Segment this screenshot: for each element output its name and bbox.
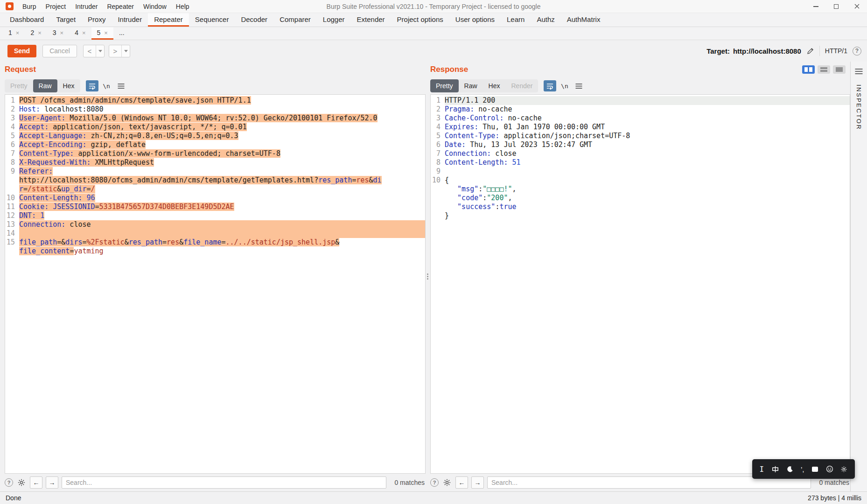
- maximize-button[interactable]: [826, 0, 846, 13]
- code-line: "code":"200",: [431, 194, 850, 203]
- repeater-tab-1[interactable]: 1×: [3, 27, 25, 40]
- request-editor-menu-button[interactable]: [115, 80, 127, 91]
- code-line: 5Content-Type: application/json;charset=…: [431, 132, 850, 140]
- repeater-tab-4[interactable]: 4×: [69, 27, 91, 40]
- show-newlines-toggle[interactable]: \n: [100, 80, 113, 91]
- response-view-tab-raw[interactable]: Raw: [459, 79, 483, 92]
- request-editor[interactable]: 1POST /ofcms_admin/admin/cms/template/sa…: [5, 94, 426, 474]
- soft-wrap-toggle[interactable]: [86, 80, 98, 91]
- close-tab-icon[interactable]: ×: [38, 29, 42, 36]
- history-forward-dropdown[interactable]: [122, 45, 130, 57]
- main-tab-target[interactable]: Target: [50, 13, 82, 27]
- cancel-button[interactable]: Cancel: [42, 45, 77, 57]
- layout-single-button[interactable]: [833, 65, 846, 74]
- main-tab-logger[interactable]: Logger: [317, 13, 351, 27]
- close-tab-icon[interactable]: ×: [104, 29, 108, 36]
- ime-punctuation-icon[interactable]: ’,: [801, 465, 804, 473]
- close-tab-icon[interactable]: ×: [16, 29, 20, 36]
- help-icon[interactable]: ?: [853, 47, 861, 56]
- show-newlines-toggle[interactable]: \n: [558, 80, 571, 91]
- layout-rows-button[interactable]: [818, 65, 830, 74]
- code-line: 12DNT: 1: [5, 211, 425, 220]
- response-view-tab-hex[interactable]: Hex: [483, 79, 506, 92]
- menu-project[interactable]: Project: [41, 0, 71, 13]
- search-next-button[interactable]: →: [471, 476, 484, 489]
- response-view-tab-pretty[interactable]: Pretty: [430, 79, 459, 92]
- repeater-tab-3[interactable]: 3×: [47, 27, 69, 40]
- code-line: 1HTTP/1.1 200: [431, 96, 850, 105]
- close-tab-icon[interactable]: ×: [82, 29, 86, 36]
- ime-smiley-icon[interactable]: [826, 465, 833, 473]
- code-line: http://localhost:8080/ofcms_admin/admin/…: [5, 176, 425, 185]
- repeater-tab-item[interactable]: ...: [113, 27, 130, 40]
- menu-repeater[interactable]: Repeater: [102, 0, 139, 13]
- main-tab-sequencer[interactable]: Sequencer: [189, 13, 235, 27]
- burp-logo-icon: [6, 2, 14, 10]
- ime-settings-icon[interactable]: [840, 466, 847, 473]
- send-button[interactable]: Send: [7, 45, 36, 57]
- minimize-button[interactable]: [805, 0, 826, 13]
- main-tab-project-options[interactable]: Project options: [391, 13, 449, 27]
- right-arrow-icon: →: [49, 479, 56, 486]
- close-window-button[interactable]: [846, 0, 867, 13]
- search-settings-icon[interactable]: [442, 477, 452, 488]
- question-mark: ?: [433, 480, 436, 485]
- edit-target-icon[interactable]: [806, 47, 814, 55]
- request-search-input[interactable]: [62, 476, 386, 489]
- main-tab-comparer[interactable]: Comparer: [273, 13, 317, 27]
- main-tab-learn[interactable]: Learn: [501, 13, 531, 27]
- menu-intruder[interactable]: Intruder: [70, 0, 102, 13]
- search-prev-button[interactable]: ←: [30, 476, 42, 489]
- code-line: r=/static&up_dir=/: [5, 185, 425, 194]
- code-line: 15file_path=&dirs=%2Fstatic&res_path=res…: [5, 238, 425, 247]
- request-view-controls: PrettyRawHex \n: [5, 77, 426, 94]
- http-version-label: HTTP/1: [825, 47, 847, 55]
- ime-moon-icon[interactable]: [786, 466, 793, 473]
- search-help-icon[interactable]: ?: [430, 478, 439, 487]
- window-title: Burp Suite Professional v2021.10 - Tempo…: [327, 3, 541, 10]
- main-tab-decoder[interactable]: Decoder: [235, 13, 273, 27]
- inspector-menu-icon[interactable]: [855, 68, 863, 76]
- request-view-tab-raw[interactable]: Raw: [33, 79, 57, 92]
- title-bar: BurpProjectIntruderRepeaterWindowHelp Bu…: [0, 0, 867, 13]
- ime-chinese-mode-icon[interactable]: [771, 465, 779, 473]
- menu-window[interactable]: Window: [139, 0, 171, 13]
- hamburger-icon: [855, 69, 863, 74]
- main-tab-proxy[interactable]: Proxy: [82, 13, 112, 27]
- close-tab-icon[interactable]: ×: [60, 29, 64, 36]
- layout-columns-button[interactable]: [802, 65, 815, 74]
- search-next-button[interactable]: →: [46, 476, 58, 489]
- request-view-tab-pretty: Pretty: [5, 79, 33, 92]
- menu-burp[interactable]: Burp: [18, 0, 41, 13]
- chevron-down-icon: [124, 50, 128, 52]
- response-editor[interactable]: 1HTTP/1.1 2002Pragma: no-cache3Cache-Con…: [430, 94, 850, 474]
- repeater-tab-2[interactable]: 2×: [25, 27, 47, 40]
- main-tab-intruder[interactable]: Intruder: [112, 13, 148, 27]
- history-back-button[interactable]: <: [84, 45, 96, 57]
- inspector-collapsed-panel[interactable]: INSPECTOR: [850, 62, 867, 491]
- response-editor-menu-button[interactable]: [573, 80, 585, 91]
- panel-divider[interactable]: [426, 62, 430, 491]
- ime-skin-icon[interactable]: [811, 466, 818, 472]
- soft-wrap-toggle[interactable]: [544, 80, 556, 91]
- main-tab-user-options[interactable]: User options: [449, 13, 501, 27]
- main-tab-extender[interactable]: Extender: [351, 13, 391, 27]
- main-tab-dashboard[interactable]: Dashboard: [4, 13, 50, 27]
- repeater-tab-5[interactable]: 5×: [91, 27, 113, 40]
- main-tab-authmatrix[interactable]: AuthMatrix: [561, 13, 607, 27]
- search-help-icon[interactable]: ?: [5, 478, 13, 487]
- target-url: http://localhost:8080: [733, 47, 801, 55]
- menu-help[interactable]: Help: [171, 0, 194, 13]
- history-back-split-button: <: [83, 45, 105, 57]
- history-forward-button[interactable]: >: [109, 45, 122, 57]
- history-back-dropdown[interactable]: [96, 45, 104, 57]
- main-tab-authz[interactable]: Authz: [531, 13, 560, 27]
- main-tab-repeater[interactable]: Repeater: [148, 13, 189, 27]
- divider-grip-icon[interactable]: [427, 273, 428, 280]
- ime-text-cursor-icon[interactable]: I: [760, 465, 764, 474]
- response-editor-icons: \n: [544, 80, 585, 91]
- search-prev-button[interactable]: ←: [455, 476, 468, 489]
- ime-toolbar[interactable]: I’,: [752, 459, 855, 479]
- request-view-tab-hex[interactable]: Hex: [57, 79, 80, 92]
- search-settings-icon[interactable]: [16, 477, 27, 488]
